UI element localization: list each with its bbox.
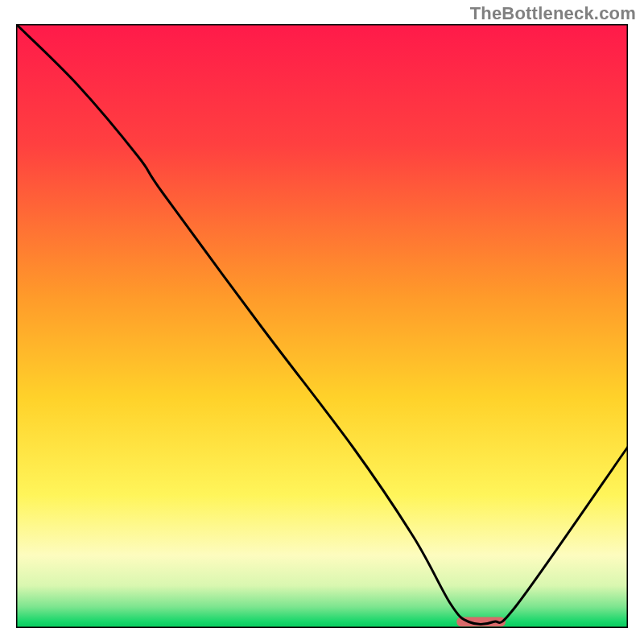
attribution-label: TheBottleneck.com [470,3,636,24]
heat-gradient-background [16,24,628,628]
bottleneck-chart [16,24,628,628]
